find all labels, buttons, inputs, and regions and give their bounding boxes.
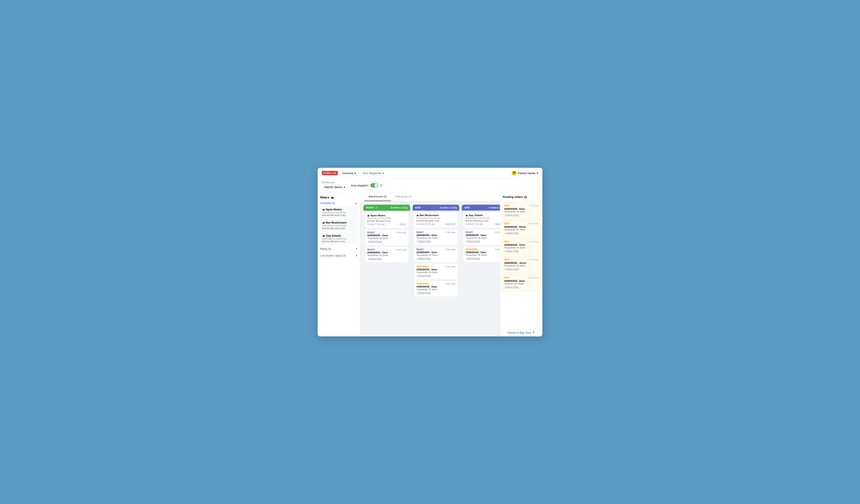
pending-order-card[interactable]: NEW 4 min ago 2938292030 - Chris Tempelh… <box>502 239 541 255</box>
pending-time: 4 min ago <box>529 258 538 261</box>
pending-orders-header: Pending orders 📦 <box>500 192 542 201</box>
column-body: 🏍 Max Mustermann Shift ends in 3 hrs 45 … <box>413 211 459 298</box>
pending-meta-tag: 4 items | 6 kg <box>504 250 519 253</box>
pending-id: 2938292030 - Jacob <box>504 262 538 264</box>
app-selector[interactable]: Tour dispatcher ▾ <box>360 171 387 176</box>
meta-tag: 4 items | 6 kg <box>465 240 481 243</box>
order-address: Tempelhofer 28, Berlin <box>416 254 456 256</box>
order-status: READY 4 min ago <box>465 231 500 234</box>
order-address: Tempelhofer 28, Berlin <box>416 288 456 291</box>
order-card[interactable]: READY 4 min ago 2938292030 - Dave Tempel… <box>414 229 458 245</box>
chevron-down-icon: ▾ <box>356 248 357 250</box>
order-id: 2938292030 - Dave <box>367 251 406 254</box>
rider-icon: 🏍 <box>465 214 468 217</box>
box-icon: 📦 <box>524 195 527 198</box>
auto-dispatch-toggle[interactable]: ✓ <box>370 183 378 188</box>
kanban-column: NEW 4 orders | 12 kg 🏍 Ajay Solanki Shif… <box>462 205 500 264</box>
meta-tag: 4 items | 6 kg <box>367 257 382 261</box>
user-info[interactable]: 🧑 Patrick Haede ▾ <box>512 171 538 176</box>
location-dot <box>322 228 324 229</box>
warehouse-selector: Warehouse PBERG |Berlin ▾ <box>322 181 347 190</box>
order-meta: 4 items | 6 kg <box>416 257 456 261</box>
pending-time: 4 min ago <box>529 222 538 225</box>
pending-order-card[interactable]: NEW 4 min ago 2938292030 - Donal Tempelh… <box>502 221 541 237</box>
pending-order-card[interactable]: NEW 13 min ago 2938292030 - Dave Torstra… <box>502 275 541 291</box>
pending-status: NEW <box>504 258 509 261</box>
pending-id: 2938292030 - Dave <box>504 280 538 282</box>
meta-tag: 4 items | 6 kg <box>416 275 431 278</box>
pending-address: Torstraße 124, Berlin <box>504 283 538 285</box>
column-header: READY ✨ 4 orders | 13 kg <box>363 205 410 211</box>
country-selector[interactable]: Germany ▾ <box>340 171 358 176</box>
available-section-header[interactable]: Available (3) ▲ <box>320 202 357 205</box>
rider-icon: 🏍 <box>322 221 325 224</box>
order-card[interactable]: READY 4 min ago 2938292030 - Dave Tempel… <box>365 229 408 245</box>
riding-section: Riding (5) ▾ <box>320 247 357 251</box>
riding-section-header[interactable]: Riding (5) ▾ <box>320 247 357 251</box>
rider-icon: 🏍 <box>331 196 334 199</box>
app-label: Tour dispatcher <box>363 172 382 175</box>
order-time: 4 min ago <box>396 231 406 234</box>
pending-order-card[interactable]: NEW 4 min ago 2938292030 - Jacob Tempelh… <box>502 256 541 273</box>
rider-name: 🏍 Ngom Modou <box>322 208 355 211</box>
pending-order-card[interactable]: NEW 4 min ago 2938292030 - Dave Tempelho… <box>502 203 541 219</box>
tab-delivering[interactable]: Delivering (3) <box>391 192 416 201</box>
order-meta: 4 items | 6 kg <box>416 292 456 295</box>
pending-status: NEW <box>504 222 509 225</box>
order-status-label: READY <box>416 231 424 234</box>
order-meta: 4 items | 6 kg <box>465 240 500 243</box>
meta-tag: 4 items | 6 kg <box>416 257 431 261</box>
bike-tag: Cargo bike <box>445 223 456 225</box>
switch-to-map-view-button[interactable]: Switch to Map View 📍 <box>503 331 540 334</box>
order-status: PREPARING 4 min ago <box>416 265 456 268</box>
order-meta: 4 items | 6 kg <box>416 275 456 278</box>
rider-icon: 🏍 <box>416 214 419 217</box>
order-status: READY 4 min ago <box>367 231 406 234</box>
rider-name: 🏍 Max Mustermann <box>322 221 355 224</box>
order-meta: 4 items | 6 kg <box>367 257 406 261</box>
location-dot <box>322 241 324 242</box>
column-status: READY ✨ <box>366 206 378 209</box>
order-card[interactable]: PREPARING 4 min ago 2938292030 - Dave Te… <box>414 264 458 279</box>
gear-icon[interactable]: ⚙ <box>380 183 383 188</box>
pending-card-header: NEW 4 min ago <box>504 240 538 243</box>
map-icon: 📍 <box>532 331 535 334</box>
column-info: 4 orders | 13 kg <box>390 206 407 209</box>
collapse-icon: ▲ <box>355 202 357 205</box>
warehouse-dropdown[interactable]: PBERG |Berlin ▾ <box>322 184 347 190</box>
rider-shift: Shift ends in 3 hrs 45 min <box>322 211 355 214</box>
order-card[interactable]: READY 4 min ago 2938292030 - Dave Tempel… <box>463 229 500 245</box>
order-card[interactable]: PREPARING 4 min ago 2938292030 - Dave Te… <box>463 247 500 262</box>
tab-warehouse[interactable]: Warehouse (5) <box>364 192 391 201</box>
chevron-down-icon: ▾ <box>383 172 384 175</box>
app-container: GORILLAS Germany ▾ Tour dispatcher ▾ 🧑 P… <box>318 168 542 337</box>
order-card[interactable]: READY 4 min ago 2938292030 - Dave Tempel… <box>414 247 458 262</box>
order-card[interactable]: PREPARING 4 min ago 2938292030 - Dave Te… <box>414 281 458 296</box>
order-time: 4 min ago <box>445 283 456 285</box>
warehouse-label: Warehouse <box>322 181 347 184</box>
order-address: Tempelhofer 28, Berlin <box>367 254 406 256</box>
rider-info-name: 🏍 Ngom Modou <box>367 214 406 217</box>
sub-header: Warehouse PBERG |Berlin ▾ Auto-dispatch*… <box>318 179 542 192</box>
auto-dispatch-label: Auto-dispatch* <box>351 184 369 187</box>
pending-meta: 4 items | 6 kg <box>504 268 538 271</box>
bike-tag: Cargo bike <box>494 223 500 225</box>
order-meta: 4 items | 6 kg <box>367 240 406 243</box>
kanban-column: NEW 4 orders | 13 kg 🏍 Max Mustermann Sh… <box>413 205 459 298</box>
rider-location: At the WH since 5 min <box>322 240 355 243</box>
order-meta: 4 items | 6 kg <box>416 240 456 243</box>
order-card[interactable]: READY 4 min ago 2938292030 - Dave Tempel… <box>365 247 408 262</box>
rider-shift: Shift ends in 3 hrs 45 min <box>416 217 456 219</box>
pending-card-header: NEW 13 min ago <box>504 277 538 279</box>
lost-signal-section-header[interactable]: Lost location signal (3) ▾ <box>320 253 357 258</box>
pending-meta: 4 items | 6 kg <box>504 250 538 253</box>
content-area: Warehouse (5) Delivering (3) READY ✨ 4 o… <box>360 192 500 337</box>
created-time: Created 7 min ago <box>367 223 385 225</box>
rider-location: At the WH since 5 min <box>322 227 355 229</box>
order-id: 2938292030 - Dave <box>465 251 500 254</box>
pending-time: 13 min ago <box>528 277 538 279</box>
pending-card-header: NEW 4 min ago <box>504 258 538 261</box>
meta-tag: 4 items | 6 kg <box>416 292 431 295</box>
rider-info-card: 🏍 Max Mustermann Shift ends in 3 hrs 45 … <box>414 212 458 228</box>
pending-meta-tag: 4 items | 6 kg <box>504 268 519 271</box>
